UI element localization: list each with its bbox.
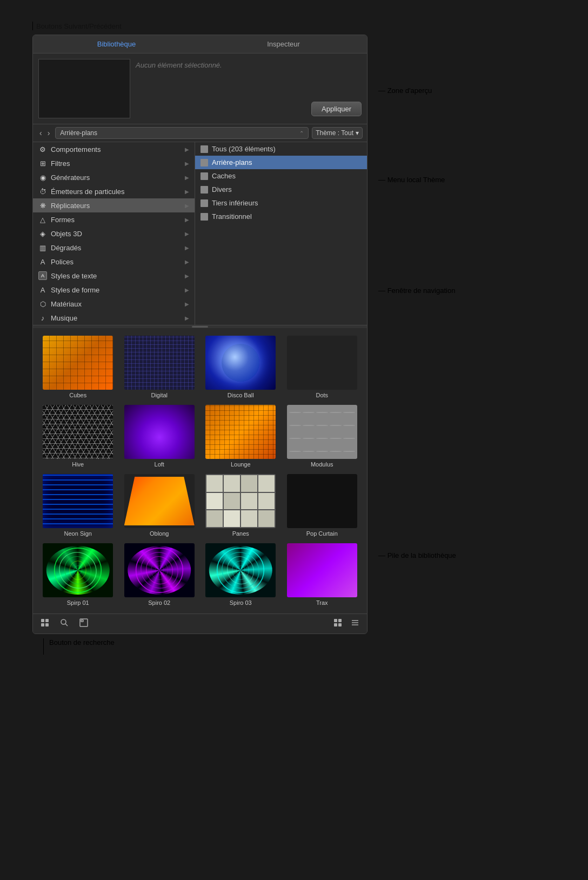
bottom-toolbar: [33, 614, 367, 634]
category-emetteurs[interactable]: ⏱ Émetteurs de particules ▶: [33, 184, 195, 198]
grid-item-neon-sign[interactable]: Neon Sign: [38, 472, 118, 539]
category-styles-forme[interactable]: A Styles de forme ▶: [33, 283, 195, 297]
chevron-right-icon: ▶: [185, 273, 189, 279]
grid-item-lounge[interactable]: Lounge: [201, 403, 280, 470]
no-selection-text: Aucun élément sélectionné.: [136, 59, 362, 69]
subcategory-caches[interactable]: Caches: [195, 169, 367, 183]
thumbnail-cubes: [43, 336, 113, 390]
prev-button[interactable]: ‹: [37, 128, 44, 138]
svg-point-10: [217, 548, 264, 592]
svg-point-19: [61, 619, 66, 624]
folder-icon: [201, 172, 208, 180]
folder-icon: [201, 145, 208, 153]
chevron-right-icon: ▶: [185, 189, 189, 195]
subcategory-label: Transitionnel: [212, 212, 252, 221]
category-polices[interactable]: A Polices ▶: [33, 255, 195, 269]
grid-label: Dots: [316, 392, 328, 398]
svg-line-20: [65, 624, 68, 626]
subcategory-label: Tous (203 éléments): [212, 145, 276, 153]
add-button[interactable]: [38, 617, 51, 630]
chevron-right-icon: ▶: [185, 175, 189, 181]
category-musique[interactable]: ♪ Musique ▶: [33, 311, 195, 325]
thumbnail-spiro03: [205, 543, 276, 597]
grid-item-trax[interactable]: Trax: [283, 541, 362, 608]
category-replicateurs[interactable]: ❋ Réplicateurs ▶: [33, 198, 195, 212]
subcategory-transitionnel[interactable]: Transitionnel: [195, 210, 367, 223]
folder-icon: [201, 213, 208, 221]
breadcrumb[interactable]: Arrière-plans ⌃: [55, 127, 309, 139]
search-button[interactable]: [58, 617, 71, 630]
grid-item-panes[interactable]: Panes: [201, 472, 280, 539]
chevron-right-icon: ▶: [185, 231, 189, 237]
grid-item-hive[interactable]: Hive: [38, 403, 118, 470]
chevron-right-icon: ▶: [185, 217, 189, 223]
tab-bibliotheque[interactable]: Bibliothèque: [33, 35, 200, 53]
chevron-right-icon: ▶: [185, 259, 189, 265]
preview-area: Aucun élément sélectionné. Appliquer: [33, 54, 367, 124]
divider-handle: [192, 326, 208, 328]
grid-label: Cubes: [69, 392, 86, 398]
grid-label: Spiro 02: [148, 599, 170, 606]
thumbnail-neon-sign: [43, 474, 113, 528]
toolbar-right: [331, 617, 362, 630]
preview-button[interactable]: [77, 617, 90, 630]
grid-item-cubes[interactable]: Cubes: [38, 334, 118, 401]
category-objets3d[interactable]: ◈ Objets 3D ▶: [33, 226, 195, 241]
grid-item-dots[interactable]: Dots: [283, 334, 362, 401]
grid-label: Spirp 01: [67, 599, 89, 606]
thumbnail-oblong: [124, 474, 195, 528]
thumbnail-modulus: [287, 405, 357, 459]
category-formes[interactable]: △ Formes ▶: [33, 212, 195, 226]
grid-item-oblong[interactable]: Oblong: [120, 472, 199, 539]
category-filtres[interactable]: ⊞ Filtres ▶: [33, 156, 195, 170]
category-styles-texte[interactable]: A Styles de texte ▶: [33, 269, 195, 283]
grid-item-loft[interactable]: Loft: [120, 403, 199, 470]
grid-item-disco-ball[interactable]: Disco Ball: [201, 334, 280, 401]
grid-item-pop-curtain[interactable]: Pop Curtain: [283, 472, 362, 539]
subcategory-tous[interactable]: Tous (203 éléments): [195, 142, 367, 156]
comportements-icon: ⚙: [38, 145, 47, 154]
subcategory-tiers-inferieurs[interactable]: Tiers inférieurs: [195, 196, 367, 210]
thumbnail-lounge: [205, 405, 276, 459]
svg-point-1: [53, 546, 103, 595]
preview-info: Aucun élément sélectionné. Appliquer: [136, 59, 362, 118]
grid-item-spiro03[interactable]: Spiro 03: [201, 541, 280, 608]
grid-view-button[interactable]: [331, 617, 344, 630]
category-degrades[interactable]: ▥ Dégradés ▶: [33, 241, 195, 255]
thumbnail-trax: [287, 543, 357, 597]
svg-point-12: [223, 552, 259, 589]
chevron-right-icon: ▶: [185, 146, 189, 152]
replicateurs-icon: ❋: [38, 201, 47, 210]
next-button[interactable]: ›: [45, 128, 52, 138]
category-label: Filtres: [51, 159, 181, 168]
grid-item-spiro02[interactable]: Spiro 02: [120, 541, 199, 608]
svg-point-14: [235, 564, 246, 577]
apply-button[interactable]: Appliquer: [311, 102, 362, 116]
thumbnail-pop-curtain: [287, 474, 357, 528]
list-view-button[interactable]: [349, 617, 362, 630]
svg-point-0: [55, 548, 102, 592]
annotation-pile-bibliotheque: Pile de la bibliothèque: [387, 551, 456, 559]
chevron-right-icon: ▶: [185, 245, 189, 251]
grid-label: Disco Ball: [228, 392, 254, 398]
thumbnail-dots: [287, 336, 357, 390]
subcategory-arriere-plans[interactable]: Arrière-plans: [195, 156, 367, 169]
svg-point-13: [232, 561, 249, 580]
svg-point-6: [134, 546, 184, 595]
svg-rect-26: [338, 623, 342, 626]
category-materiaux[interactable]: ⬡ Matériaux ▶: [33, 297, 195, 311]
preview-thumbnail: [38, 59, 130, 118]
svg-point-11: [216, 546, 266, 595]
theme-select[interactable]: Thème : Tout ▾: [312, 127, 363, 139]
degrades-icon: ▥: [38, 243, 47, 252]
grid-item-digital[interactable]: Digital: [120, 334, 199, 401]
styles-forme-icon: A: [38, 285, 47, 294]
category-generateurs[interactable]: ◉ Générateurs ▶: [33, 170, 195, 184]
category-comportements[interactable]: ⚙ Comportements ▶: [33, 142, 195, 156]
category-label: Matériaux: [51, 300, 181, 308]
subcategory-divers[interactable]: Divers: [195, 183, 367, 196]
tab-inspecteur[interactable]: Inspecteur: [200, 35, 367, 53]
grid-item-modulus[interactable]: Modulus: [283, 403, 362, 470]
grid-item-spirp01[interactable]: Spirp 01: [38, 541, 118, 608]
grid-area: Cubes Digital Disco Ball: [33, 328, 367, 614]
